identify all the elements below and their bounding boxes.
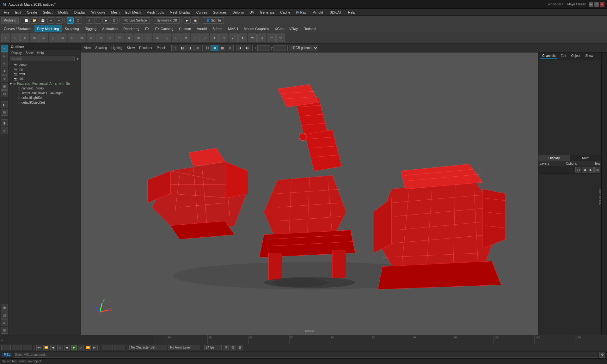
shelf-icon-insert-loop[interactable]: ⊟	[106, 33, 114, 42]
range-end-input[interactable]: 200	[114, 345, 125, 350]
menu-help[interactable]: Help	[346, 10, 358, 15]
menu-edit-mesh[interactable]: Edit Mesh	[123, 10, 143, 15]
outliner-show[interactable]: Show	[24, 51, 35, 55]
outliner-display[interactable]: Display	[10, 51, 23, 55]
menu-arnold[interactable]: Arnold	[310, 10, 326, 15]
play-fwd-btn[interactable]: ▶	[71, 345, 77, 350]
shelf-icon-reduce[interactable]: ▽	[200, 33, 209, 42]
current-frame-input[interactable]: 1	[12, 345, 21, 350]
ipr-btn[interactable]: ◼	[192, 17, 199, 24]
cb-object-tab[interactable]: Object	[569, 53, 582, 59]
help-menu[interactable]: Help	[593, 162, 600, 165]
shelf-icon-sphere[interactable]: ○	[1, 33, 10, 42]
no-character-set-btn[interactable]: No Character Set	[129, 345, 167, 350]
outliner-item-side[interactable]: 📷 side	[9, 76, 81, 81]
shelf-icon-triangulate[interactable]: △	[162, 33, 171, 42]
shelf-icon-extrude[interactable]: ⊞	[58, 33, 67, 42]
settings-btn2[interactable]: ⊡	[230, 345, 236, 350]
shelf-icon-bevel[interactable]: ⊠	[77, 33, 86, 42]
tab-fx[interactable]: FX	[143, 25, 152, 32]
tab-redshift[interactable]: Redshift	[301, 25, 319, 32]
layer-prev2-btn[interactable]: ◀	[582, 167, 587, 173]
mel-settings-btn[interactable]: ⚙	[599, 352, 605, 358]
next-key-btn[interactable]: ▷	[78, 345, 84, 350]
menu-create[interactable]: Create	[24, 10, 40, 15]
vp-renderer-menu[interactable]: Renderer	[137, 46, 154, 50]
tab-rendering[interactable]: Rendering	[121, 25, 142, 32]
tab-custom[interactable]: Custom	[176, 25, 193, 32]
prev-frame-btn[interactable]: ⏪	[43, 345, 49, 350]
tab-curves-surfaces[interactable]: Curves / Surfaces	[1, 25, 34, 32]
tab-mash[interactable]: MASH	[225, 25, 241, 32]
tab-fx-caching[interactable]: FX Caching	[153, 25, 176, 32]
tab-rigging[interactable]: Rigging	[82, 25, 99, 32]
textured-btn[interactable]: ▦	[219, 45, 226, 51]
soft-select-btn[interactable]: ◐	[1, 101, 8, 108]
cb-show-tab[interactable]: Show	[583, 53, 595, 59]
outliner-item-top[interactable]: 📷 top	[9, 67, 81, 72]
tab-xgen[interactable]: XGen	[272, 25, 286, 32]
isolate-btn[interactable]: ◎	[1, 127, 8, 134]
outliner-item-camera-group[interactable]: ⊡ camera1_group	[9, 86, 81, 91]
display-tab[interactable]: Display	[538, 155, 570, 161]
attr-settings-btn[interactable]: ≡	[1, 319, 8, 326]
layer-next-btn[interactable]: ▶	[588, 167, 594, 173]
display-frame-input[interactable]: 1	[23, 345, 32, 350]
lasso-btn[interactable]: ⬡	[75, 17, 82, 24]
timeline-ruler[interactable]: 20 30 40 50 60 70 80 90 100 110 120	[153, 335, 607, 344]
menu-modify[interactable]: Modify	[56, 10, 71, 15]
wireframe-btn[interactable]: ⊟	[204, 45, 211, 51]
outliner-item-default-light[interactable]: ◎ defaultLightSet	[9, 95, 81, 100]
symmetry-btn[interactable]: Symmetry: Off	[154, 17, 180, 24]
snap-curve-btn[interactable]: ⌒	[94, 17, 101, 24]
render-btn[interactable]: ▶	[184, 17, 191, 24]
show-hide-btn[interactable]: ◑	[1, 119, 8, 126]
mel-label[interactable]: MEL	[2, 353, 12, 357]
gamma-select[interactable]: sRGB gamma	[289, 45, 318, 51]
lighting-btn[interactable]: ☀	[227, 45, 234, 51]
start-frame-input[interactable]: 1	[1, 345, 11, 350]
shelf-icon-cylinder[interactable]: ⌀	[20, 33, 29, 42]
fps-btn[interactable]: 24 fps	[204, 345, 222, 350]
shadow-btn[interactable]: ◐	[244, 45, 251, 51]
outliner-item-tempcam[interactable]: ✦ TempCamFBXASC046Target	[9, 91, 81, 95]
maximize-btn[interactable]: □	[594, 2, 599, 7]
outliner-item-front[interactable]: 📷 front	[9, 72, 81, 76]
move-tool[interactable]: ✛	[1, 68, 8, 75]
select-btn[interactable]: ✚	[67, 17, 74, 24]
channels-tab[interactable]: Channels	[540, 53, 557, 59]
shelf-icon-separate[interactable]: ⊡	[144, 33, 152, 42]
menu-3dto[interactable]: -3DtoAll-	[326, 10, 345, 15]
options-menu[interactable]: Options	[566, 162, 577, 165]
menu-generate[interactable]: Generate	[257, 10, 277, 15]
menu-file[interactable]: File	[1, 10, 12, 15]
shelf-icon-symmetrize[interactable]: ⇆	[248, 33, 257, 42]
tab-motion-graphics[interactable]: Motion Graphics	[241, 25, 272, 32]
layer-prev-btn[interactable]: ⏮	[575, 167, 581, 173]
menu-deform[interactable]: Deform	[230, 10, 246, 15]
shelf-icon-torus[interactable]: ◎	[39, 33, 48, 42]
next-frame-btn[interactable]: ⏩	[85, 345, 91, 350]
settings-btn3[interactable]: ▤	[237, 345, 242, 350]
shelf-icon-cube[interactable]: □	[11, 33, 20, 42]
tab-animation[interactable]: Animation	[100, 25, 120, 32]
snap-view-btn[interactable]: ⊡	[111, 17, 118, 24]
shelf-icon-cone[interactable]: △	[49, 33, 58, 42]
snap-settings-btn[interactable]: ⊡	[1, 109, 8, 116]
camera-ctrl-4[interactable]: ⊞	[194, 45, 201, 51]
menu-vray[interactable]: [V-Ray]	[293, 10, 310, 15]
vp-panels-menu[interactable]: Panels	[155, 46, 169, 50]
shelf-icon-target-weld[interactable]: ⊙	[257, 33, 266, 42]
snap-grid-btn[interactable]: #	[86, 17, 93, 24]
menu-curves[interactable]: Curves	[194, 10, 210, 15]
layers-menu[interactable]: Layers	[540, 162, 549, 165]
mel-input[interactable]	[14, 352, 598, 358]
shelf-icon-quadrangulate[interactable]: □	[172, 33, 181, 42]
coord-x-input[interactable]: 0.00	[257, 45, 270, 51]
shelf-icon-mirror[interactable]: ⇔	[181, 33, 190, 42]
transform-tool[interactable]: ⊟	[1, 90, 8, 97]
menu-cache[interactable]: Cache	[278, 10, 293, 15]
outliner-help[interactable]: Help	[36, 51, 45, 55]
menu-surfaces[interactable]: Surfaces	[211, 10, 229, 15]
sign-in-btn[interactable]: 👤 Sign In	[203, 17, 224, 24]
